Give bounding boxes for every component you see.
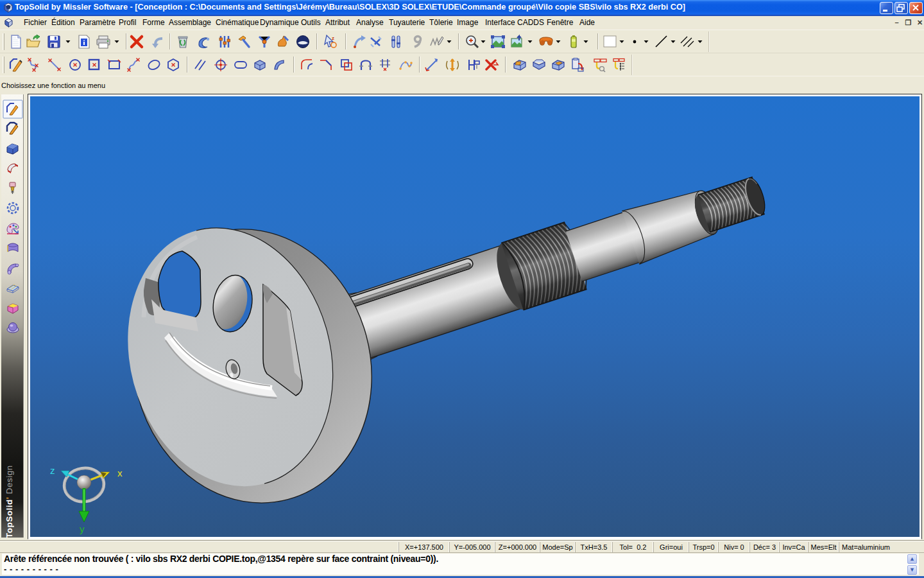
svg-text:z: z: [332, 35, 334, 41]
svg-text:x: x: [117, 468, 123, 478]
svg-text:z: z: [50, 465, 55, 476]
svg-text:y: y: [80, 523, 85, 534]
